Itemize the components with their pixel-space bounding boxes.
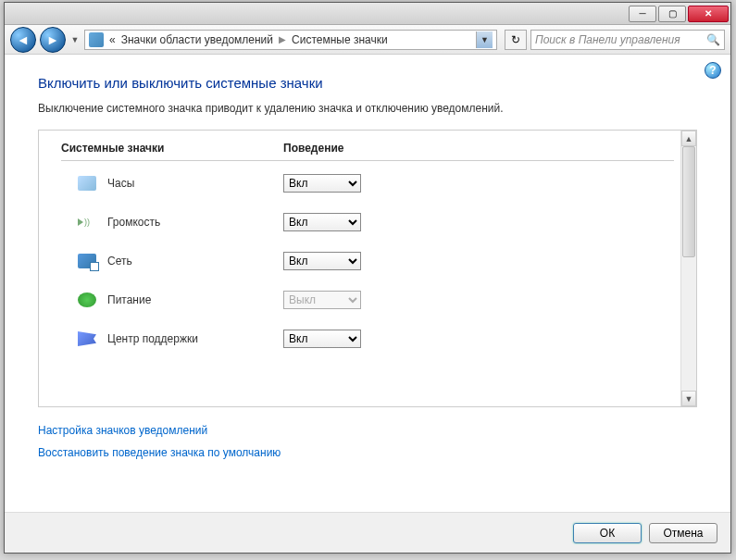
row-actioncenter: Центр поддержки Вкл Выкл (61, 330, 674, 348)
breadcrumb-prefix: « (109, 33, 116, 46)
refresh-button[interactable]: ↻ (505, 30, 527, 50)
power-icon (78, 292, 96, 307)
scroll-up-icon[interactable]: ▲ (681, 131, 696, 146)
select-network[interactable]: Вкл Выкл (283, 252, 361, 270)
minimize-button[interactable]: ─ (629, 6, 656, 22)
close-button[interactable]: ✕ (688, 6, 729, 22)
nav-history-dropdown[interactable]: ▼ (69, 27, 81, 53)
label-power: Питание (107, 293, 283, 306)
search-input[interactable]: Поиск в Панели управления 🔍 (530, 30, 725, 50)
scroll-thumb[interactable] (682, 146, 695, 257)
label-volume: Громкость (107, 216, 283, 229)
link-customize-icons[interactable]: Настройка значков уведомлений (38, 424, 697, 437)
titlebar: ─ ▢ ✕ (5, 3, 730, 25)
breadcrumb-part2[interactable]: Системные значки (292, 33, 388, 46)
row-power: Питание Выкл (61, 291, 674, 309)
ok-button[interactable]: ОК (573, 523, 642, 543)
label-clock: Часы (107, 177, 283, 190)
breadcrumb-part1[interactable]: Значки области уведомлений (121, 33, 273, 46)
column-header-behavior: Поведение (283, 142, 674, 155)
label-network: Сеть (107, 255, 283, 268)
help-button[interactable]: ? (705, 62, 721, 79)
column-header-icons: Системные значки (61, 142, 283, 155)
content-area: ? Включить или выключить системные значк… (5, 55, 730, 512)
search-placeholder: Поиск в Панели управления (535, 33, 680, 46)
chevron-right-icon[interactable]: ▶ (279, 34, 286, 44)
page-title: Включить или выключить системные значки (38, 75, 697, 91)
maximize-button[interactable]: ▢ (658, 6, 686, 22)
select-actioncenter[interactable]: Вкл Выкл (283, 330, 361, 348)
clock-icon (78, 176, 96, 191)
row-volume: Громкость Вкл Выкл (61, 213, 674, 231)
volume-icon (78, 215, 96, 230)
flag-icon (78, 331, 96, 346)
search-icon[interactable]: 🔍 (706, 33, 720, 46)
row-network: Сеть Вкл Выкл (61, 252, 674, 270)
address-bar[interactable]: « Значки области уведомлений ▶ Системные… (84, 30, 497, 50)
back-button[interactable]: ◄ (10, 27, 36, 53)
page-description: Выключение системного значка приводит к … (38, 102, 697, 115)
label-actioncenter: Центр поддержки (107, 332, 283, 345)
forward-button[interactable]: ► (40, 27, 66, 53)
cancel-button[interactable]: Отмена (649, 523, 717, 543)
select-volume[interactable]: Вкл Выкл (283, 213, 361, 231)
navbar: ◄ ► ▼ « Значки области уведомлений ▶ Сис… (5, 25, 730, 55)
links-section: Настройка значков уведомлений Восстанови… (38, 424, 697, 459)
scrollbar[interactable]: ▲ ▼ (680, 131, 696, 406)
address-dropdown[interactable]: ▼ (476, 31, 493, 48)
select-power: Выкл (283, 291, 361, 309)
select-clock[interactable]: Вкл Выкл (283, 174, 361, 193)
window: ─ ▢ ✕ ◄ ► ▼ « Значки области уведомлений… (4, 2, 731, 554)
settings-panel: Системные значки Поведение Часы Вкл Выкл… (38, 130, 697, 407)
row-clock: Часы Вкл Выкл (61, 174, 674, 193)
scroll-down-icon[interactable]: ▼ (681, 391, 696, 406)
network-icon (78, 254, 96, 268)
footer: ОК Отмена (5, 512, 730, 553)
link-restore-defaults[interactable]: Восстановить поведение значка по умолчан… (38, 446, 697, 459)
control-panel-icon (89, 32, 104, 47)
